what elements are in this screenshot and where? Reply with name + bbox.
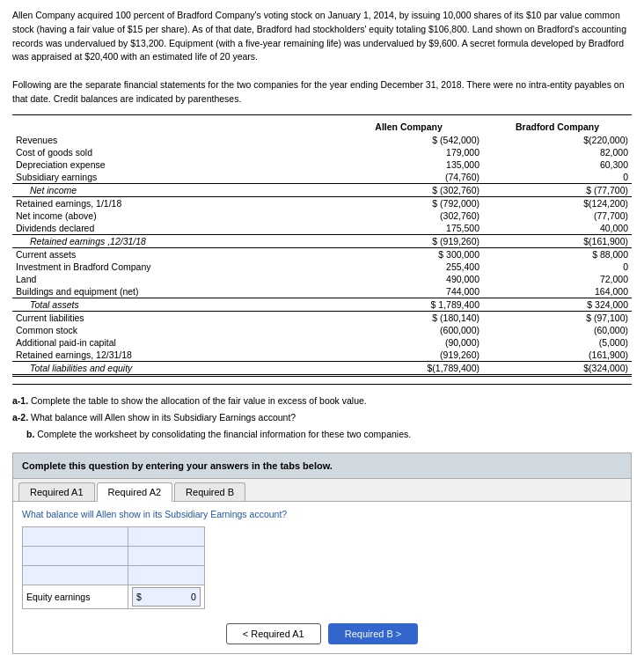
table-row: Retained earnings ,12/31/18$ (919,260)$(…: [12, 235, 632, 248]
row-allen-value: (90,000): [334, 336, 483, 349]
row-label: Net income (above): [12, 210, 334, 222]
tabs-nav: Required A1 Required A2 Required B: [13, 479, 631, 502]
table-row: Dividends declared175,50040,000: [12, 222, 632, 235]
row-allen-value: $ (792,000): [334, 197, 483, 210]
row-allen-value: $ (180,140): [334, 312, 483, 325]
separator-1: [12, 114, 632, 115]
answer-label-cell-1[interactable]: [23, 526, 128, 546]
answer-input-cell-1[interactable]: [128, 526, 205, 546]
next-button[interactable]: Required B >: [328, 623, 419, 644]
table-row: Depreciation expense135,00060,300: [12, 158, 632, 171]
table-row: Subsidiary earnings(74,760)0: [12, 171, 632, 184]
table-row: Investment in Bradford Company255,4000: [12, 261, 632, 273]
header-bradford: Bradford Company: [483, 121, 632, 134]
table-row: Net income (above)(302,760)(77,700): [12, 210, 632, 222]
answer-row-empty-2: [23, 546, 205, 565]
tab-a2-content: What balance will Allen show in its Subs…: [13, 502, 631, 616]
table-row: Land490,00072,000: [12, 273, 632, 285]
row-label: Current assets: [12, 248, 334, 261]
table-row: Common stock(600,000)(60,000): [12, 324, 632, 336]
answer-input-cell-3[interactable]: [128, 565, 205, 585]
question-a1: a-1. Complete the table to show the allo…: [12, 394, 632, 408]
answer-row-empty-3: [23, 565, 205, 585]
row-bradford-value: (77,700): [483, 210, 632, 222]
row-label: Land: [12, 273, 334, 285]
prev-button[interactable]: < Required A1: [226, 623, 321, 644]
row-bradford-value: $ 88,000: [483, 248, 632, 261]
tab-required-b[interactable]: Required B: [174, 482, 245, 501]
row-allen-value: 175,500: [334, 222, 483, 235]
nav-buttons: < Required A1 Required B >: [13, 616, 631, 653]
row-bradford-value: 0: [483, 171, 632, 184]
row-bradford-value: 0: [483, 261, 632, 273]
row-allen-value: 490,000: [334, 273, 483, 285]
row-bradford-value: $ (77,700): [483, 184, 632, 197]
table-row: Additional paid-in capital(90,000)(5,000…: [12, 336, 632, 349]
tabs-container: Complete this question by entering your …: [12, 452, 632, 654]
table-row: Revenues$ (542,000)$(220,000): [12, 134, 632, 146]
question-a2: a-2. What balance will Allen show in its…: [12, 410, 632, 425]
row-bradford-value: 60,300: [483, 158, 632, 171]
row-allen-value: (919,260): [334, 349, 483, 362]
row-allen-value: $ (302,760): [334, 184, 483, 197]
row-bradford-value: $(124,200): [483, 197, 632, 210]
answer-row-empty-1: [23, 526, 205, 546]
answer-row-equity-earnings: Equity earnings $: [23, 585, 205, 608]
row-allen-value: (600,000): [334, 324, 483, 336]
table-row: Net income$ (302,760)$ (77,700): [12, 184, 632, 197]
intro-section: Allen Company acquired 100 percent of Br…: [12, 9, 632, 106]
row-allen-value: 135,000: [334, 158, 483, 171]
row-label: Current liabilities: [12, 312, 334, 325]
table-row: Retained earnings, 12/31/18(919,260)(161…: [12, 349, 632, 362]
financial-statements: Allen Company Bradford Company Revenues$…: [12, 121, 632, 377]
row-bradford-value: $ (97,100): [483, 312, 632, 325]
dollar-sign: $: [136, 592, 142, 602]
header-label-cell: [12, 121, 334, 134]
table-row: Total liabilities and equity$(1,789,400)…: [12, 362, 632, 376]
equity-earnings-input[interactable]: [143, 592, 196, 602]
row-label: Net income: [12, 184, 334, 197]
row-label: Total liabilities and equity: [12, 362, 334, 376]
table-row: Current assets$ 300,000$ 88,000: [12, 248, 632, 261]
row-label: Retained earnings, 12/31/18: [12, 349, 334, 362]
table-row: Buildings and equipment (net)744,000164,…: [12, 285, 632, 298]
row-bradford-value: (60,000): [483, 324, 632, 336]
row-bradford-value: $(220,000): [483, 134, 632, 146]
intro-paragraph-2: Following are the separate financial sta…: [12, 78, 632, 107]
separator-2: [12, 384, 632, 385]
table-header: Allen Company Bradford Company: [12, 121, 632, 134]
row-bradford-value: $(324,000): [483, 362, 632, 376]
table-row: Retained earnings, 1/1/18$ (792,000)$(12…: [12, 197, 632, 210]
header-allen: Allen Company: [334, 121, 483, 134]
row-label: Total assets: [12, 298, 334, 312]
row-label: Depreciation expense: [12, 158, 334, 171]
row-label: Cost of goods sold: [12, 146, 334, 158]
row-allen-value: $ 300,000: [334, 248, 483, 261]
row-bradford-value: (5,000): [483, 336, 632, 349]
tab-required-a2[interactable]: Required A2: [97, 482, 173, 502]
row-allen-value: 744,000: [334, 285, 483, 298]
equity-earnings-dollar-input[interactable]: $: [132, 587, 201, 607]
row-label: Retained earnings, 1/1/18: [12, 197, 334, 210]
row-bradford-value: 40,000: [483, 222, 632, 235]
row-allen-value: (74,760): [334, 171, 483, 184]
row-label: Subsidiary earnings: [12, 171, 334, 184]
tab-a2-question: What balance will Allen show in its Subs…: [22, 509, 622, 519]
row-allen-value: $ (542,000): [334, 134, 483, 146]
answer-label-cell-3[interactable]: [23, 565, 128, 585]
row-allen-value: 179,000: [334, 146, 483, 158]
row-bradford-value: $ 324,000: [483, 298, 632, 312]
tab-required-a1[interactable]: Required A1: [18, 482, 95, 501]
row-label: Revenues: [12, 134, 334, 146]
row-label: Dividends declared: [12, 222, 334, 235]
tabs-instruction: Complete this question by entering your …: [13, 453, 631, 479]
row-allen-value: 255,400: [334, 261, 483, 273]
row-bradford-value: 164,000: [483, 285, 632, 298]
answer-label-cell-2[interactable]: [23, 546, 128, 565]
table-row: Total assets$ 1,789,400$ 324,000: [12, 298, 632, 312]
row-bradford-value: 82,000: [483, 146, 632, 158]
question-b: b. Complete the worksheet by consolidati…: [12, 427, 632, 442]
row-label: Common stock: [12, 324, 334, 336]
equity-earnings-input-cell: $: [128, 585, 205, 608]
answer-input-cell-2[interactable]: [128, 546, 205, 565]
